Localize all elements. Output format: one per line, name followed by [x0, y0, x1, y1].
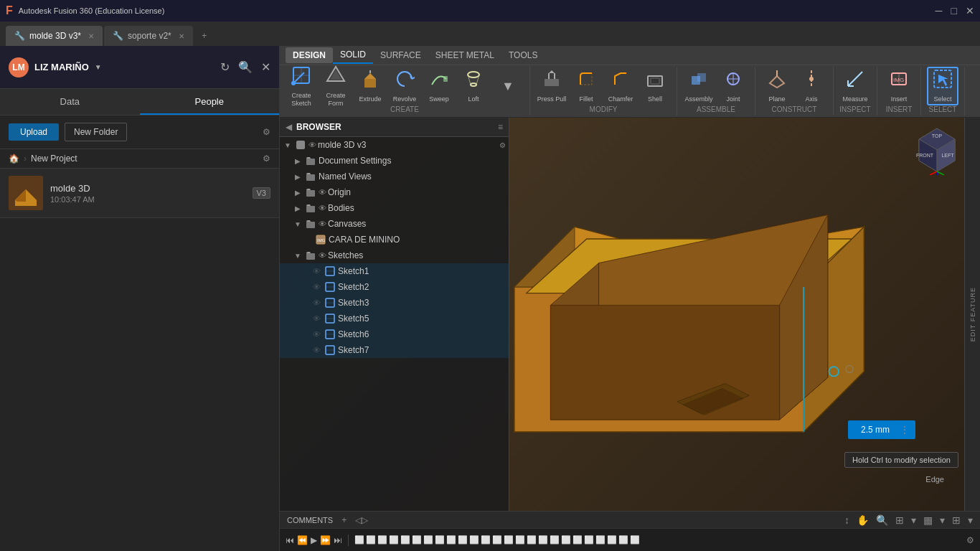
ribbon-btn-form[interactable]: Create Form [320, 67, 352, 105]
tab-close-icon[interactable]: ✕ [179, 32, 184, 40]
timeline-settings-icon[interactable]: ⚙ [966, 535, 974, 545]
title-bar-controls: ─ □ ✕ [936, 5, 974, 17]
ribbon-btn-fillet[interactable]: Fillet [570, 67, 602, 105]
eye-icon[interactable]: 👁 [319, 251, 326, 260]
ribbon-btn-chamfer[interactable]: Chamfer [605, 67, 636, 105]
go-end-icon[interactable]: ⏭ [334, 535, 342, 545]
browser-item-root[interactable]: ▼ 👁 molde 3D v3 ⚙ [280, 137, 509, 153]
eye-icon[interactable]: 👁 [313, 267, 321, 276]
eye-icon[interactable]: 👁 [313, 314, 321, 323]
eye-icon[interactable]: 👁 [319, 204, 326, 212]
expand-arrow-icon[interactable]: ▼ [293, 220, 303, 228]
ribbon-btn-measure[interactable]: Measure [839, 67, 871, 105]
maximize-icon[interactable]: □ [951, 5, 957, 17]
tab-add-button[interactable]: + [194, 26, 215, 46]
go-start-icon[interactable]: ⏮ [286, 535, 294, 545]
ribbon-btn-sweep[interactable]: Sweep [423, 67, 455, 105]
file-version-badge[interactable]: V3 [253, 187, 270, 199]
ribbon-tab-tools[interactable]: TOOLS [501, 47, 545, 63]
play-icon[interactable]: ▶ [311, 535, 317, 545]
breadcrumb: 🏠 › New Project ⚙ [0, 149, 279, 169]
ribbon-tab-sheetmetal[interactable]: SHEET METAL [428, 47, 501, 63]
browser-collapse-icon[interactable]: ◀ [286, 122, 292, 132]
eye-icon[interactable]: 👁 [319, 188, 326, 197]
ribbon-btn-revolve[interactable]: Revolve [389, 67, 420, 105]
root-settings-icon[interactable]: ⚙ [499, 141, 506, 149]
eye-icon[interactable]: 👁 [313, 283, 321, 291]
ribbon-inspect-label: INSPECT [839, 105, 870, 116]
tab-molde[interactable]: 🔧 molde 3D v3* ✕ [6, 26, 103, 46]
eye-icon[interactable]: 👁 [308, 141, 316, 149]
refresh-icon[interactable]: ↻ [220, 60, 230, 74]
ribbon-btn-plane[interactable]: Plane [761, 67, 793, 105]
ribbon-btn-joint[interactable]: Joint [717, 67, 749, 105]
canvases-folder-icon [305, 218, 316, 230]
add-comment-icon[interactable]: + [341, 515, 347, 525]
eye-icon[interactable]: 👁 [313, 298, 321, 307]
upload-button[interactable]: Upload [9, 123, 59, 141]
ribbon-btn-more[interactable]: ▼ [492, 67, 524, 105]
prev-frame-icon[interactable]: ⏪ [297, 535, 308, 545]
close-panel-icon[interactable]: ✕ [261, 60, 270, 74]
panel-tab-data[interactable]: Data [0, 89, 140, 115]
ribbon-btn-sketch[interactable]: Create Sketch [286, 67, 317, 105]
grid-options-icon[interactable]: ▾ [940, 514, 945, 526]
display-options-icon[interactable]: ▾ [968, 514, 973, 526]
ribbon-btn-extrude[interactable]: Extrude [354, 67, 386, 105]
ribbon-tab-solid[interactable]: SOLID [333, 47, 373, 64]
ribbon-btn-select[interactable]: Select [927, 67, 958, 105]
ribbon-select-label: SELECT [929, 105, 957, 116]
file-info: molde 3D 10:03:47 AM [50, 183, 245, 204]
close-icon[interactable]: ✕ [966, 5, 974, 17]
eye-icon[interactable]: 👁 [313, 330, 321, 339]
display-icon[interactable]: ⊞ [952, 514, 961, 526]
project-name[interactable]: New Project [31, 154, 77, 164]
nav-orbit-icon[interactable]: ✋ [857, 514, 869, 526]
ribbon-btn-shell[interactable]: Shell [639, 67, 671, 105]
expand-arrow-icon[interactable]: ▶ [293, 189, 303, 197]
ribbon-btn-axis[interactable]: Axis [796, 67, 827, 105]
ribbon-create-tools: Create Sketch Create Form [286, 67, 524, 105]
file-item[interactable]: molde 3D 10:03:47 AM V3 [0, 169, 279, 218]
expand-arrow-icon[interactable]: ▼ [283, 141, 293, 149]
expand-arrow-icon[interactable]: ▶ [293, 204, 303, 212]
eye-icon[interactable]: 👁 [313, 346, 321, 354]
ribbon-btn-loft[interactable]: Loft [458, 67, 489, 105]
new-folder-button[interactable]: New Folder [65, 123, 127, 141]
panel-tab-people[interactable]: People [140, 89, 280, 115]
tab-soporte[interactable]: 🔧 soporte v2* ✕ [104, 26, 193, 46]
minimize-icon[interactable]: ─ [936, 5, 943, 17]
tab-close-icon[interactable]: ✕ [88, 32, 94, 40]
search-icon[interactable]: 🔍 [238, 60, 253, 74]
ribbon-btn-press-pull[interactable]: Press Pull [536, 67, 567, 105]
dimension-options-icon[interactable]: ⋮ [900, 424, 910, 435]
3d-model[interactable] [443, 179, 887, 480]
nav-zoom-icon[interactable]: 🔍 [876, 514, 888, 526]
ribbon-tab-design[interactable]: DESIGN [286, 47, 333, 63]
folder-settings-icon[interactable]: ⚙ [263, 127, 270, 137]
ribbon-btn-new-component[interactable]: Assembly [683, 67, 715, 105]
next-frame-icon[interactable]: ⏩ [320, 535, 331, 545]
comment-toggle-icon[interactable]: ◁▷ [355, 515, 368, 525]
expand-arrow-icon[interactable]: ▼ [293, 252, 303, 260]
eye-icon[interactable]: 👁 [319, 220, 326, 228]
nav-more-icon[interactable]: ▾ [911, 514, 916, 526]
ribbon-content: Create Sketch Create Form [280, 65, 980, 117]
breadcrumb-settings-icon[interactable]: ⚙ [263, 154, 270, 164]
ribbon-tab-surface[interactable]: SURFACE [373, 47, 428, 63]
navigation-cube[interactable]: TOP FRONT LEFT [912, 125, 958, 171]
viewport[interactable]: ◀ BROWSER ≡ ▼ 👁 molde 3D v3 ⚙ [280, 118, 980, 511]
grid-icon[interactable]: ▦ [923, 514, 933, 526]
ribbon-btn-insert-svg[interactable]: IMG Insert [883, 67, 915, 105]
edit-feature-panel[interactable]: EDIT FEATURE [964, 118, 980, 511]
comments-tab[interactable]: COMMENTS [287, 516, 333, 524]
expand-arrow-icon[interactable]: ▶ [293, 157, 303, 165]
expand-arrow-icon[interactable]: ▶ [293, 173, 303, 181]
browser-menu-icon[interactable]: ≡ [498, 122, 503, 132]
browser-item-docsettings[interactable]: ▶ Document Settings [280, 153, 509, 169]
nav-zoom-fit-icon[interactable]: ⊞ [895, 514, 904, 526]
home-icon[interactable]: 🏠 [9, 154, 19, 164]
dimension-input[interactable]: 2.5 mm ⋮ [848, 420, 915, 439]
user-dropdown-icon[interactable]: ▼ [95, 63, 102, 71]
nav-pan-icon[interactable]: ↕ [844, 514, 849, 526]
